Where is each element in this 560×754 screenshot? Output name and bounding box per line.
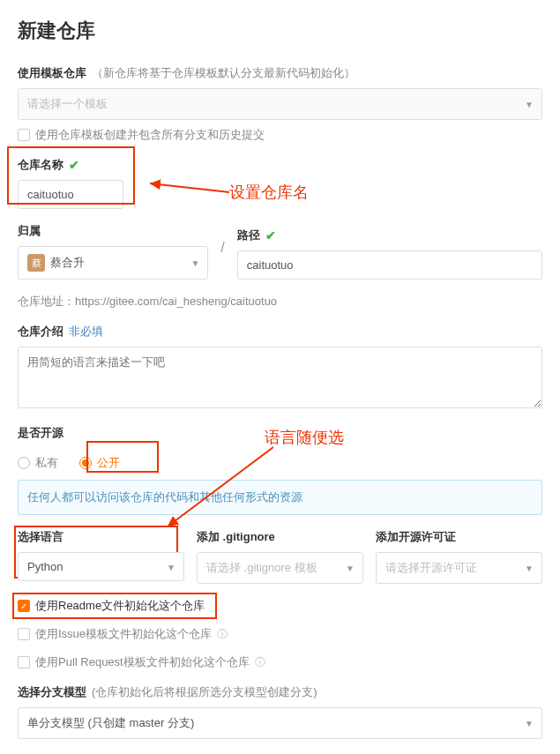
help-icon[interactable]: ⓘ bbox=[255, 655, 265, 670]
help-icon[interactable]: ⓘ bbox=[217, 627, 228, 642]
owner-select[interactable]: 蔡蔡合升 bbox=[18, 246, 208, 280]
branch-model-select[interactable]: 单分支模型 (只创建 master 分支) bbox=[18, 707, 542, 739]
path-input[interactable] bbox=[237, 250, 542, 280]
check-icon: ✔ bbox=[69, 158, 79, 172]
language-select[interactable]: Python bbox=[18, 552, 184, 581]
template-include-all[interactable]: 使用仓库模板创建并包含所有分支和历史提交 bbox=[18, 127, 542, 143]
svg-line-0 bbox=[150, 183, 229, 192]
branch-model-label: 选择分支模型 (仓库初始化后将根据所选分支模型创建分支) bbox=[18, 684, 542, 700]
license-select[interactable]: 请选择开源许可证 bbox=[376, 552, 542, 584]
slash-separator: / bbox=[219, 240, 226, 263]
checkbox-icon bbox=[18, 656, 30, 668]
init-options: ✓ 使用Readme文件初始化这个仓库 使用Issue模板文件初始化这个仓库 ⓘ… bbox=[18, 598, 542, 670]
readme-checkbox[interactable]: ✓ 使用Readme文件初始化这个仓库 bbox=[18, 598, 542, 614]
license-label: 添加开源许可证 bbox=[376, 529, 542, 545]
repo-name-section: 仓库名称 ✔ 设置仓库名 bbox=[18, 157, 542, 209]
radio-public[interactable]: 公开 bbox=[79, 455, 120, 471]
path-label: 路径 ✔ bbox=[237, 228, 542, 243]
radio-icon bbox=[79, 457, 92, 469]
check-icon: ✔ bbox=[265, 228, 276, 243]
radio-private[interactable]: 私有 bbox=[18, 455, 58, 471]
description-input[interactable] bbox=[18, 347, 542, 408]
checkbox-icon bbox=[18, 628, 30, 640]
page-title: 新建仓库 bbox=[18, 18, 542, 44]
gitignore-select[interactable]: 请选择 .gitignore 模板 bbox=[197, 552, 363, 584]
checkbox-icon bbox=[18, 129, 30, 141]
lang-gitignore-license-row: 选择语言 Python ▼ 添加 .gitignore 请选择 .gitigno… bbox=[18, 529, 542, 584]
owner-label: 归属 bbox=[18, 223, 208, 239]
issue-checkbox[interactable]: 使用Issue模板文件初始化这个仓库 ⓘ bbox=[18, 626, 542, 642]
template-select[interactable]: 请选择一个模板 bbox=[18, 88, 542, 120]
language-label: 选择语言 bbox=[18, 529, 184, 545]
pr-checkbox[interactable]: 使用Pull Request模板文件初始化这个仓库 ⓘ bbox=[18, 654, 542, 670]
public-info-banner: 任何人都可以访问该仓库的代码和其他任何形式的资源 bbox=[18, 480, 542, 515]
repo-name-input[interactable] bbox=[18, 180, 123, 209]
owner-path-row: 归属 蔡蔡合升 ▼ / 路径 ✔ bbox=[18, 223, 542, 280]
description-label: 仓库介绍 非必填 bbox=[18, 324, 542, 340]
template-section: 使用模板仓库（新仓库将基于仓库模板默认分支最新代码初始化） 请选择一个模板 ▼ … bbox=[18, 65, 542, 143]
open-source-section: 是否开源 私有 公开 语言随便选 任何人都可以访问该仓库的代码和其他任何形式的资… bbox=[18, 425, 542, 515]
repo-url: 仓库地址：https://gitee.com/cai_hesheng/caitu… bbox=[18, 294, 542, 310]
template-label: 使用模板仓库（新仓库将基于仓库模板默认分支最新代码初始化） bbox=[18, 65, 542, 81]
radio-icon bbox=[18, 457, 30, 469]
repo-name-label: 仓库名称 ✔ bbox=[18, 157, 542, 173]
checkbox-icon: ✓ bbox=[18, 600, 30, 612]
gitignore-label: 添加 .gitignore bbox=[197, 529, 363, 545]
branch-model-section: 选择分支模型 (仓库初始化后将根据所选分支模型创建分支) 单分支模型 (只创建 … bbox=[18, 684, 542, 739]
annotation-repo-name: 设置仓库名 bbox=[229, 182, 309, 203]
owner-avatar-icon: 蔡 bbox=[27, 254, 45, 272]
description-section: 仓库介绍 非必填 bbox=[18, 324, 542, 411]
open-source-label: 是否开源 bbox=[18, 425, 542, 441]
